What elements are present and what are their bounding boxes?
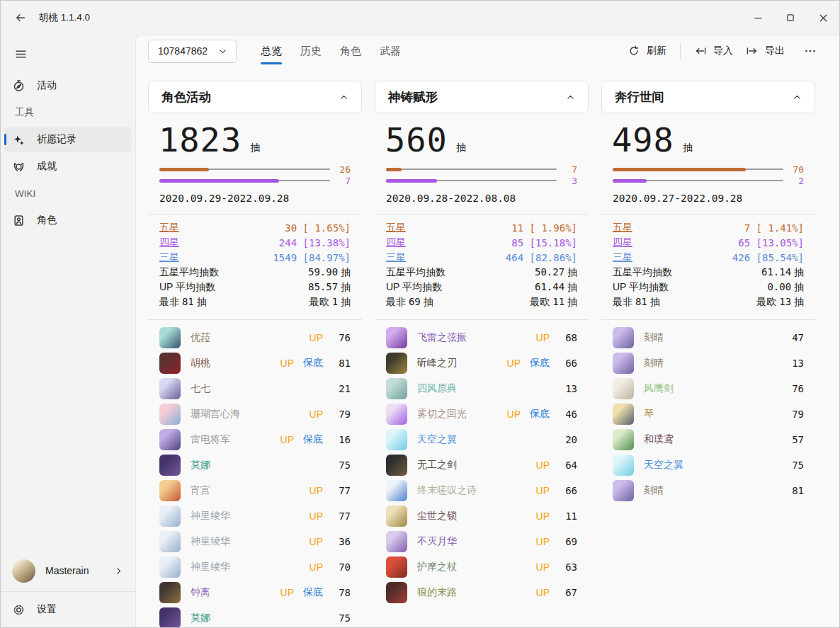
pity-bar-fill bbox=[613, 179, 647, 183]
pull-item-row[interactable]: 胡桃 UP保底81 bbox=[159, 350, 351, 376]
pity-bar-fill bbox=[159, 179, 279, 183]
pity-bar: 26 bbox=[159, 164, 351, 175]
banner-total: 1823 抽 bbox=[159, 120, 362, 159]
sidebar-item-活动[interactable]: 活动 bbox=[4, 73, 132, 98]
pull-item-row[interactable]: 无工之剑 UP64 bbox=[386, 452, 577, 478]
item-avatar bbox=[386, 480, 407, 501]
nav-menu-button[interactable] bbox=[6, 42, 35, 66]
item-pull-count: 13 bbox=[785, 358, 804, 369]
item-name: 神里绫华 bbox=[191, 510, 230, 523]
total-pulls-value: 560 bbox=[385, 122, 448, 159]
user-avatar bbox=[12, 559, 35, 583]
date-range: 2020.09.27-2022.09.28 bbox=[613, 193, 815, 204]
pity-bar-fill bbox=[386, 168, 402, 171]
item-name: 神里绫华 bbox=[191, 535, 230, 548]
window-controls bbox=[742, 1, 839, 35]
sidebar: 活动 工具 祈愿记录 成就 WIKI 角色 Masterain 设置 bbox=[1, 35, 135, 628]
sidebar-item-settings[interactable]: 设置 bbox=[4, 596, 132, 623]
up-badge: UP bbox=[310, 485, 323, 496]
pull-item-row[interactable]: 和璞鸢 57 bbox=[613, 427, 804, 452]
item-pull-count: 66 bbox=[559, 485, 577, 496]
pull-item-row[interactable]: 莫娜 75 bbox=[159, 452, 351, 478]
item-name: 无工之剑 bbox=[417, 459, 457, 472]
import-button[interactable]: 导入 bbox=[688, 40, 739, 62]
minimize-button[interactable] bbox=[742, 1, 774, 35]
pull-item-row[interactable]: 斫峰之刃 UP保底66 bbox=[386, 350, 577, 376]
maximize-button[interactable] bbox=[774, 1, 807, 35]
divider bbox=[148, 319, 362, 320]
pull-item-row[interactable]: 神里绫华 UP36 bbox=[159, 529, 351, 554]
item-pull-count: 77 bbox=[332, 510, 351, 522]
item-avatar bbox=[159, 480, 181, 501]
item-pull-count: 75 bbox=[332, 612, 351, 624]
guarantee-badge: 保底 bbox=[303, 586, 323, 599]
pull-item-row[interactable]: 雷电将军 UP保底16 bbox=[159, 427, 351, 452]
pull-item-row[interactable]: 天空之翼 75 bbox=[613, 452, 804, 478]
refresh-button[interactable]: 刷新 bbox=[621, 40, 673, 62]
hamburger-icon bbox=[14, 47, 27, 60]
export-button[interactable]: 导出 bbox=[739, 40, 791, 62]
pull-item-row[interactable]: 不灭月华 UP69 bbox=[386, 529, 577, 554]
pull-item-row[interactable]: 风鹰剑 76 bbox=[613, 376, 804, 401]
pull-item-row[interactable]: 七七 21 bbox=[159, 376, 351, 401]
banner-header[interactable]: 奔行世间 bbox=[601, 81, 815, 113]
tab-总览[interactable]: 总览 bbox=[259, 35, 283, 67]
sidebar-item-角色[interactable]: 角色 bbox=[4, 207, 132, 233]
item-pull-count: 16 bbox=[332, 434, 351, 445]
back-button[interactable] bbox=[6, 5, 35, 30]
close-button[interactable] bbox=[807, 1, 839, 35]
up-badge: UP bbox=[536, 561, 550, 573]
stat-row: 最非 69 抽 最欧 11 抽 bbox=[386, 295, 577, 309]
tab-角色[interactable]: 角色 bbox=[339, 35, 363, 67]
pull-item-row[interactable]: 神里绫华 UP77 bbox=[159, 503, 351, 529]
pity-bar-track bbox=[613, 169, 783, 170]
sidebar-section-header: WIKI bbox=[4, 181, 132, 206]
tab-bar: 总览历史角色武器 bbox=[251, 35, 410, 67]
item-avatar bbox=[613, 429, 634, 450]
item-avatar bbox=[159, 531, 181, 552]
stat-label: UP 平均抽数 bbox=[159, 281, 215, 294]
pull-item-row[interactable]: 珊瑚宫心海 UP79 bbox=[159, 401, 351, 427]
uid-selector[interactable]: 107847862 bbox=[148, 40, 237, 63]
pull-item-row[interactable]: 钟离 UP保底78 bbox=[159, 580, 351, 605]
item-name: 不灭月华 bbox=[417, 535, 457, 548]
pull-item-row[interactable]: 琴 79 bbox=[613, 401, 804, 427]
stat-label: 三星 bbox=[613, 251, 632, 264]
pull-item-row[interactable]: 神里绫华 UP70 bbox=[159, 554, 351, 580]
pull-item-row[interactable]: 刻晴 81 bbox=[613, 478, 804, 503]
pull-item-row[interactable]: 四风原典 13 bbox=[386, 376, 577, 401]
pull-item-row[interactable]: 天空之翼 20 bbox=[386, 427, 577, 452]
stat-label: 五星平均抽数 bbox=[613, 266, 672, 279]
tab-历史[interactable]: 历史 bbox=[299, 35, 323, 67]
item-pull-count: 47 bbox=[785, 332, 804, 343]
chevron-down-icon bbox=[216, 45, 229, 57]
pull-item-row[interactable]: 刻晴 13 bbox=[613, 350, 804, 376]
item-avatar bbox=[386, 455, 407, 476]
banner-header[interactable]: 神铸赋形 bbox=[375, 81, 589, 113]
more-options-button[interactable] bbox=[798, 40, 822, 62]
pull-item-row[interactable]: 莫娜 75 bbox=[159, 605, 351, 628]
item-pull-count: 21 bbox=[332, 383, 351, 394]
user-account-row[interactable]: Masterain bbox=[4, 553, 132, 588]
item-avatar bbox=[159, 582, 181, 603]
stat-value: 244 [13.38%] bbox=[279, 237, 351, 249]
stat-row: 三星 1549 [84.97%] bbox=[159, 250, 351, 265]
item-avatar bbox=[613, 378, 634, 399]
pull-item-row[interactable]: 终末嗟叹之诗 UP66 bbox=[386, 478, 577, 503]
banner-total: 560 抽 bbox=[385, 120, 589, 159]
banner-header[interactable]: 角色活动 bbox=[148, 81, 362, 113]
tab-武器[interactable]: 武器 bbox=[378, 35, 402, 67]
sidebar-spacer bbox=[1, 234, 135, 553]
pull-item-row[interactable]: 狼的末路 UP67 bbox=[386, 580, 577, 605]
pull-item-row[interactable]: 飞雷之弦振 UP68 bbox=[386, 325, 577, 350]
sidebar-item-成就[interactable]: 成就 bbox=[4, 154, 132, 179]
pull-item-row[interactable]: 护摩之杖 UP63 bbox=[386, 554, 577, 580]
pull-item-row[interactable]: 宵宫 UP77 bbox=[159, 478, 351, 503]
pull-item-row[interactable]: 刻晴 47 bbox=[613, 325, 804, 350]
pull-item-row[interactable]: 尘世之锁 UP11 bbox=[386, 503, 577, 529]
pull-item-row[interactable]: 优菈 UP76 bbox=[159, 325, 351, 350]
app-title: 胡桃 1.1.4.0 bbox=[39, 11, 90, 24]
up-badge: UP bbox=[280, 358, 294, 369]
sidebar-item-祈愿记录[interactable]: 祈愿记录 bbox=[4, 127, 132, 152]
pull-item-row[interactable]: 雾切之回光 UP保底46 bbox=[386, 401, 577, 427]
